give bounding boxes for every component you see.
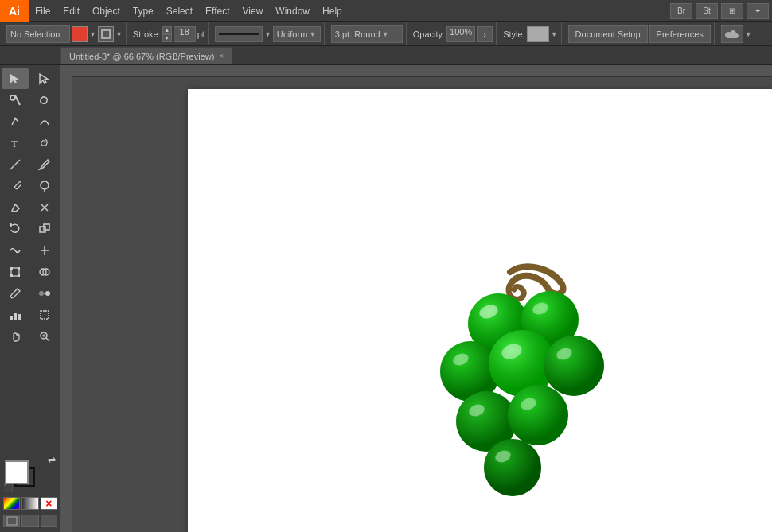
stroke-spinners[interactable]: ▲ ▼ <box>162 26 172 42</box>
magic-wand-tool[interactable] <box>2 90 29 111</box>
grid-icon[interactable]: ⊞ <box>721 3 743 19</box>
cloud-dropdown-arrow[interactable]: ▼ <box>745 30 752 38</box>
spiral-tool[interactable] <box>31 133 58 153</box>
opacity-value[interactable]: 100% <box>446 26 475 42</box>
stroke-label: Stroke: <box>133 29 161 39</box>
rotate-tool[interactable] <box>2 219 29 239</box>
bridge-icon[interactable]: Br <box>670 3 692 19</box>
stroke-line-dropdown[interactable]: ▼ <box>264 30 271 38</box>
blend-tool[interactable] <box>31 283 58 304</box>
hand-tool[interactable] <box>2 326 29 347</box>
opacity-more-btn[interactable]: › <box>477 26 493 42</box>
svg-rect-29 <box>14 313 17 320</box>
screen-mode-normal[interactable] <box>3 515 20 527</box>
svg-rect-31 <box>41 311 49 319</box>
menu-help[interactable]: Help <box>316 0 349 21</box>
document-setup-button[interactable]: Document Setup <box>568 25 648 43</box>
tab-bar: Untitled-3* @ 66.67% (RGB/Preview) × <box>0 46 772 65</box>
svg-marker-1 <box>10 74 19 83</box>
stock-icon[interactable]: St <box>696 3 718 19</box>
svg-text:T: T <box>11 138 18 150</box>
screen-mode-full[interactable] <box>41 515 57 527</box>
canvas-area <box>60 65 772 532</box>
svg-line-7 <box>10 160 20 169</box>
menu-select[interactable]: Select <box>160 0 199 21</box>
free-transform-tool[interactable] <box>2 262 29 282</box>
round-dropdown-arrow[interactable]: ▼ <box>382 30 389 38</box>
swap-colors-icon[interactable]: ⇌ <box>48 454 56 465</box>
stroke-dropdown-arrow[interactable]: ▼ <box>115 30 123 38</box>
svg-rect-19 <box>10 267 13 270</box>
svg-point-53 <box>484 439 541 496</box>
pencil-tool[interactable] <box>2 176 29 196</box>
uniform-dropdown-arrow[interactable]: ▼ <box>309 30 316 38</box>
opacity-label: Opacity: <box>413 29 445 39</box>
style-swatch[interactable] <box>527 26 549 42</box>
menu-type[interactable]: Type <box>127 0 160 21</box>
selection-tool[interactable] <box>2 68 29 89</box>
graph-tool[interactable] <box>2 305 29 325</box>
stroke-line-preview <box>219 33 259 35</box>
fill-color-swatch[interactable] <box>72 26 88 42</box>
stroke-style-group: ▼ Uniform ▼ <box>212 22 325 45</box>
curvature-tool[interactable] <box>31 111 58 132</box>
color-mode-button[interactable] <box>3 497 20 510</box>
svg-rect-22 <box>18 274 20 277</box>
svg-marker-13 <box>10 223 13 227</box>
menu-object[interactable]: Object <box>86 0 127 21</box>
setup-group: Document Setup Preferences <box>565 22 715 45</box>
width-tool[interactable] <box>31 240 58 261</box>
svg-rect-28 <box>10 316 13 320</box>
scissors-tool[interactable] <box>31 197 58 218</box>
fill-dropdown-arrow[interactable]: ▼ <box>89 30 96 38</box>
menu-window[interactable]: Window <box>269 0 316 21</box>
svg-rect-21 <box>10 274 13 277</box>
uniform-label: Uniform <box>277 29 308 39</box>
menu-effect[interactable]: Effect <box>199 0 236 21</box>
eraser-tool[interactable] <box>2 197 29 218</box>
pen-tool[interactable] <box>2 111 29 132</box>
direct-selection-tool[interactable] <box>31 68 58 89</box>
eyedropper-tool[interactable] <box>2 283 29 304</box>
line-tool[interactable] <box>2 154 29 175</box>
type-tool[interactable]: T <box>2 133 29 153</box>
stroke-value[interactable]: 18 <box>174 26 196 42</box>
stroke-down-arrow[interactable]: ▼ <box>162 34 172 42</box>
document-tab[interactable]: Untitled-3* @ 66.67% (RGB/Preview) × <box>60 47 232 64</box>
gradient-mode-button[interactable] <box>21 497 38 510</box>
lasso-tool[interactable] <box>31 90 58 111</box>
menu-edit[interactable]: Edit <box>57 0 86 21</box>
tab-close-button[interactable]: × <box>219 52 224 60</box>
none-mode-button[interactable]: × <box>41 497 57 510</box>
svg-point-26 <box>45 291 50 296</box>
reset-colors-icon[interactable]: ⬛ <box>3 483 13 492</box>
shape-builder-tool[interactable] <box>31 262 58 282</box>
svg-rect-30 <box>18 314 21 320</box>
style-dropdown-arrow[interactable]: ▼ <box>551 30 558 38</box>
paintbrush-tool[interactable] <box>31 154 58 175</box>
screen-mode-alt[interactable] <box>21 515 38 527</box>
round-selector[interactable]: 3 pt. Round ▼ <box>331 25 403 43</box>
menu-items: File Edit Object Type Select Effect View… <box>29 0 349 21</box>
svg-point-25 <box>39 291 44 296</box>
uniform-selector[interactable]: Uniform ▼ <box>273 26 321 42</box>
swatch-area: ⇌ ⬛ <box>2 452 59 492</box>
blob-brush-tool[interactable] <box>31 176 58 196</box>
svg-line-3 <box>15 95 20 105</box>
star-icon[interactable]: ✦ <box>747 3 769 19</box>
screen-mode-buttons <box>2 513 59 529</box>
fill-swatch[interactable] <box>5 460 29 484</box>
stroke-line-selector[interactable] <box>215 26 263 42</box>
warp-tool[interactable] <box>2 240 29 261</box>
artboard-tool[interactable] <box>31 305 58 325</box>
preferences-button[interactable]: Preferences <box>649 25 711 43</box>
zoom-tool[interactable] <box>31 326 58 347</box>
menu-file[interactable]: File <box>29 0 57 21</box>
cloud-icon[interactable] <box>721 25 743 43</box>
scale-tool[interactable] <box>31 219 58 239</box>
stroke-mode-selector[interactable] <box>98 26 114 42</box>
menu-view[interactable]: View <box>236 0 270 21</box>
stroke-up-arrow[interactable]: ▲ <box>162 26 172 34</box>
main-area: T <box>0 65 772 532</box>
svg-rect-36 <box>7 517 17 525</box>
